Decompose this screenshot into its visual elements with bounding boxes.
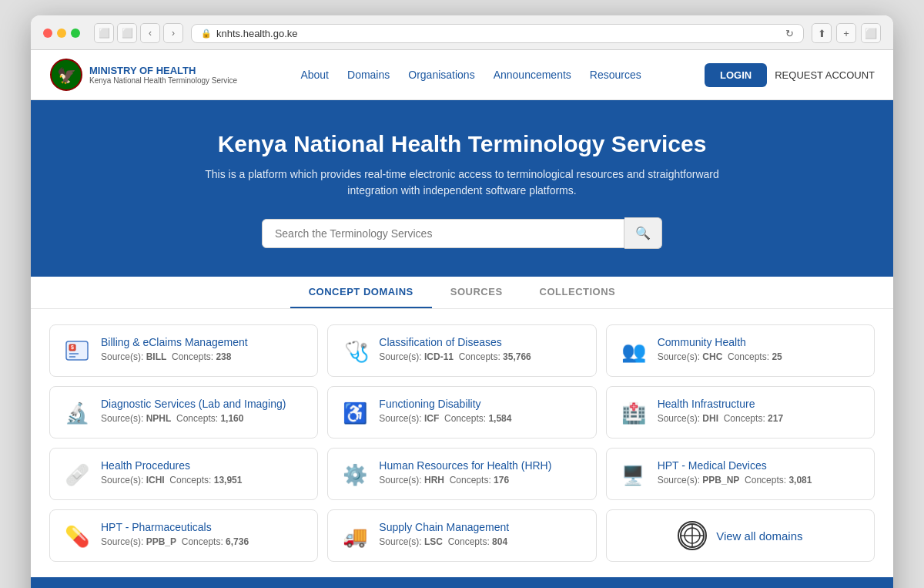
nav-organisations[interactable]: Organisations	[408, 69, 474, 81]
svg-text:$: $	[71, 344, 74, 351]
svg-text:🖥️: 🖥️	[621, 464, 644, 486]
diseases-icon: 🩺	[340, 336, 370, 365]
diagnostic-info: Diagnostic Services (Lab and Imaging) So…	[101, 398, 286, 424]
supply-chain-icon: 🚚	[340, 521, 370, 550]
diseases-meta: Source(s): ICD-11 Concepts: 35,766	[379, 351, 531, 362]
logo-subtitle: Kenya National Health Terminology Servic…	[89, 76, 237, 85]
url-text: knhts.health.go.ke	[216, 28, 298, 39]
hrh-name: Human Resources for Health (HRH)	[379, 459, 551, 472]
billing-icon: $	[62, 336, 92, 365]
domain-card-procedures[interactable]: 🩹 Health Procedures Source(s): ICHI Conc…	[49, 448, 318, 500]
pharma-name: HPT - Pharmaceuticals	[101, 521, 249, 533]
medical-devices-icon: 🖥️	[619, 459, 648, 489]
back-arrow[interactable]: ‹	[140, 23, 160, 43]
medical-devices-info: HPT - Medical Devices Source(s): PPB_NP …	[658, 459, 812, 486]
close-button[interactable]	[43, 29, 52, 38]
forward-button[interactable]: ⬜	[117, 23, 137, 43]
diagnostic-name: Diagnostic Services (Lab and Imaging)	[101, 398, 286, 410]
svg-text:⚙️: ⚙️	[343, 462, 368, 487]
svg-text:🦅: 🦅	[57, 66, 76, 85]
tab-concept-domains[interactable]: CONCEPT DOMAINS	[290, 277, 432, 308]
view-all-icon	[678, 521, 707, 550]
supply-chain-info: Supply Chain Management Source(s): LSC C…	[379, 521, 509, 547]
header: 🦅 MINISTRY OF HEALTH Kenya National Heal…	[31, 50, 893, 100]
tab-collections[interactable]: COLLECTIONS	[521, 277, 634, 308]
svg-text:💊: 💊	[65, 524, 90, 549]
page-content: 🦅 MINISTRY OF HEALTH Kenya National Heal…	[31, 50, 893, 588]
logo-title: MINISTRY OF HEALTH	[89, 65, 237, 76]
search-bar: 🔍	[262, 217, 662, 249]
domain-card-view-all[interactable]: View all domains	[606, 509, 875, 562]
nav-domains[interactable]: Domains	[347, 69, 390, 81]
nav-announcements[interactable]: Announcements	[494, 69, 571, 81]
maximize-button[interactable]	[71, 29, 80, 38]
domains-grid: $ Billing & eClaims Management Source(s)…	[31, 309, 893, 577]
hero-title: Kenya National Health Terminology Servic…	[77, 131, 847, 157]
procedures-icon: 🩹	[62, 459, 92, 489]
pharma-info: HPT - Pharmaceuticals Source(s): PPB_P C…	[101, 521, 249, 547]
billing-meta: Source(s): BILL Concepts: 238	[101, 351, 248, 362]
disability-name: Functioning Disability	[379, 398, 511, 410]
domain-card-disability[interactable]: ♿ Functioning Disability Source(s): ICF …	[327, 386, 596, 438]
svg-text:🔬: 🔬	[65, 401, 90, 425]
domain-card-supply-chain[interactable]: 🚚 Supply Chain Management Source(s): LSC…	[327, 509, 596, 562]
billing-info: Billing & eClaims Management Source(s): …	[101, 336, 248, 362]
community-info: Community Health Source(s): CHC Concepts…	[658, 336, 782, 362]
nav-resources[interactable]: Resources	[590, 69, 641, 81]
reload-icon[interactable]: ↻	[785, 28, 794, 39]
procedures-info: Health Procedures Source(s): ICHI Concep…	[101, 459, 242, 486]
svg-text:♿: ♿	[343, 401, 368, 425]
back-button[interactable]: ⬜	[94, 23, 114, 43]
domain-card-medical-devices[interactable]: 🖥️ HPT - Medical Devices Source(s): PPB_…	[606, 448, 875, 500]
diseases-info: Classification of Diseases Source(s): IC…	[379, 336, 531, 362]
domain-card-hrh[interactable]: ⚙️ Human Resources for Health (HRH) Sour…	[327, 448, 596, 500]
infrastructure-name: Health Infrastructure	[658, 398, 783, 410]
diseases-name: Classification of Diseases	[379, 336, 531, 348]
minimize-button[interactable]	[57, 29, 66, 38]
community-meta: Source(s): CHC Concepts: 25	[658, 351, 782, 362]
share-button[interactable]: ⬆	[812, 23, 832, 43]
forward-arrow[interactable]: ›	[163, 23, 183, 43]
domain-card-community[interactable]: 👥 Community Health Source(s): CHC Concep…	[606, 324, 875, 377]
tab-sources[interactable]: SOURCES	[432, 277, 521, 308]
billing-name: Billing & eClaims Management	[101, 336, 248, 348]
domain-card-diseases[interactable]: 🩺 Classification of Diseases Source(s): …	[327, 324, 596, 377]
login-button[interactable]: LOGIN	[705, 63, 767, 87]
domain-card-infrastructure[interactable]: 🏥 Health Infrastructure Source(s): DHI C…	[606, 386, 875, 438]
search-button[interactable]: 🔍	[624, 217, 662, 249]
browser-nav-buttons: ⬜ ⬜ ‹ ›	[94, 23, 183, 43]
medical-devices-meta: Source(s): PPB_NP Concepts: 3,081	[658, 475, 812, 486]
supply-chain-meta: Source(s): LSC Concepts: 804	[379, 536, 509, 547]
cta-banner: Can't find what you're looking for? You …	[31, 577, 893, 588]
disability-icon: ♿	[340, 398, 370, 427]
pharma-meta: Source(s): PPB_P Concepts: 6,736	[101, 536, 249, 547]
domain-card-billing[interactable]: $ Billing & eClaims Management Source(s)…	[49, 324, 318, 377]
disability-meta: Source(s): ICF Concepts: 1,584	[379, 413, 511, 424]
infrastructure-icon: 🏥	[619, 398, 648, 427]
main-nav: About Domains Organisations Announcement…	[237, 69, 705, 81]
diagnostic-icon: 🔬	[62, 398, 92, 427]
procedures-meta: Source(s): ICHI Concepts: 13,951	[101, 475, 242, 486]
logo-section: 🦅 MINISTRY OF HEALTH Kenya National Heal…	[49, 58, 237, 92]
view-all-text: View all domains	[716, 529, 802, 543]
search-input[interactable]	[262, 219, 624, 248]
svg-text:👥: 👥	[621, 339, 647, 364]
domain-card-pharma[interactable]: 💊 HPT - Pharmaceuticals Source(s): PPB_P…	[49, 509, 318, 562]
logo-image: 🦅	[49, 58, 83, 92]
hrh-icon: ⚙️	[340, 459, 370, 489]
svg-text:🚚: 🚚	[343, 524, 368, 549]
hrh-info: Human Resources for Health (HRH) Source(…	[379, 459, 551, 486]
tabs-section: CONCEPT DOMAINS SOURCES COLLECTIONS	[31, 277, 893, 309]
infrastructure-meta: Source(s): DHI Concepts: 217	[658, 413, 783, 424]
address-bar[interactable]: 🔒 knhts.health.go.ke ↻	[191, 24, 804, 43]
infrastructure-info: Health Infrastructure Source(s): DHI Con…	[658, 398, 783, 424]
community-name: Community Health	[658, 336, 782, 348]
hero-subtitle: This is a platform which provides real-t…	[200, 166, 724, 199]
request-account-button[interactable]: REQUEST ACCOUNT	[775, 69, 875, 81]
browser-window: ⬜ ⬜ ‹ › 🔒 knhts.health.go.ke ↻ ⬆ + ⬜ 🦅	[31, 15, 893, 588]
domain-card-diagnostic[interactable]: 🔬 Diagnostic Services (Lab and Imaging) …	[49, 386, 318, 438]
new-tab-button[interactable]: +	[836, 23, 856, 43]
nav-about[interactable]: About	[300, 69, 329, 81]
downloads-button[interactable]: ⬜	[861, 23, 881, 43]
svg-text:🏥: 🏥	[621, 401, 647, 425]
